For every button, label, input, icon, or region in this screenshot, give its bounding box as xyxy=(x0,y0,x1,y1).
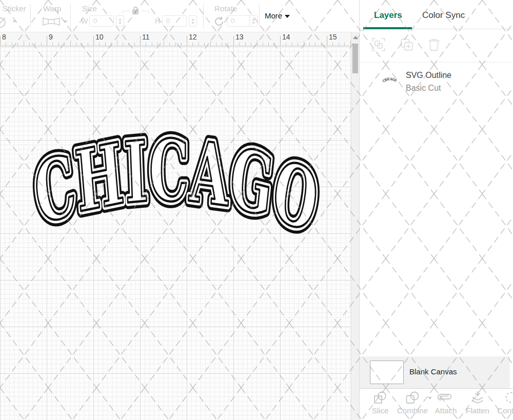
ruler-tick xyxy=(12,43,12,46)
duplicate-icon[interactable] xyxy=(399,37,415,52)
slice-icon xyxy=(372,391,388,405)
ruler-tick xyxy=(64,43,65,46)
flatten-label: Flatten xyxy=(461,406,494,415)
rotate-section-label: Rotate xyxy=(214,4,237,13)
ruler-tick xyxy=(52,43,53,46)
blank-canvas-row[interactable]: Blank Canvas xyxy=(360,356,510,388)
panel-divider xyxy=(361,62,513,63)
toolbar-separator xyxy=(30,4,31,28)
warp-section-label: Warp xyxy=(43,4,61,13)
ruler-tick xyxy=(192,43,193,46)
ruler-number: 12 xyxy=(189,33,197,41)
design-canvas[interactable]: CHICAGO CHICAGO CHICAGO xyxy=(0,47,351,420)
height-step-up-icon[interactable] xyxy=(191,18,194,21)
ruler-unit-tick xyxy=(233,36,234,46)
canvas-vertical-scrollbar[interactable] xyxy=(351,32,359,420)
ruler-tick xyxy=(175,43,175,46)
width-stepper[interactable] xyxy=(116,15,124,27)
contour-icon xyxy=(503,391,513,405)
contour-button[interactable]: Contour xyxy=(495,391,513,415)
ruler-tick xyxy=(228,43,228,46)
ruler-tick xyxy=(58,43,59,46)
ruler-tick xyxy=(152,43,152,46)
attach-label: Attach xyxy=(429,406,462,415)
tab-color-sync[interactable]: Color Sync xyxy=(422,10,465,21)
ruler-unit-tick xyxy=(187,36,187,46)
ruler-tick xyxy=(128,43,129,46)
layer-actions-row xyxy=(360,37,513,54)
ruler-tick xyxy=(268,43,269,46)
height-input[interactable]: 0 xyxy=(162,15,187,27)
group-icon[interactable] xyxy=(371,37,386,52)
ruler-tick xyxy=(35,43,35,46)
combine-button[interactable]: Combine xyxy=(396,391,429,415)
rotate-stepper[interactable] xyxy=(249,15,258,27)
ruler-unit-tick xyxy=(47,36,47,46)
svg-text:CHICAGO: CHICAGO xyxy=(29,128,324,243)
height-label: H xyxy=(155,17,160,25)
ruler-tick xyxy=(76,43,76,46)
ruler-unit-tick xyxy=(280,36,281,46)
flatten-icon xyxy=(470,391,485,405)
more-dropdown-caret xyxy=(285,15,290,18)
chicago-arched-outline-artwork[interactable]: CHICAGO CHICAGO CHICAGO xyxy=(14,128,332,243)
ruler-tick xyxy=(82,43,82,46)
ruler-tick xyxy=(181,43,182,46)
scroll-up-arrow-icon[interactable] xyxy=(353,36,358,39)
width-step-down-icon[interactable] xyxy=(119,22,122,24)
ruler-tick xyxy=(105,43,106,46)
design-app-window: Sticker Warp Size W 0 H 0 xyxy=(0,0,513,420)
ruler-tick xyxy=(245,43,246,46)
ruler-unit-tick xyxy=(93,36,94,46)
ruler-unit-tick xyxy=(327,36,327,46)
sticker-section-label: Sticker xyxy=(3,4,26,13)
size-lock-icon[interactable] xyxy=(131,6,140,15)
more-button[interactable]: More xyxy=(265,11,290,20)
sticker-icon[interactable] xyxy=(0,15,10,29)
ruler-tick xyxy=(70,41,71,46)
tab-layers[interactable]: Layers xyxy=(374,10,402,21)
ruler-tick xyxy=(309,43,310,46)
ruler-number: 10 xyxy=(95,33,104,41)
width-input[interactable]: 0 xyxy=(89,15,114,27)
ruler-tick xyxy=(6,43,6,46)
delete-icon[interactable] xyxy=(426,37,442,52)
warp-icon[interactable] xyxy=(42,16,61,27)
rotate-step-down-icon[interactable] xyxy=(252,22,255,24)
layer-tools-bar: Slice Combine Attach xyxy=(360,388,513,420)
ruler-tick xyxy=(164,41,164,46)
svg-text:CHICAGO: CHICAGO xyxy=(382,76,398,83)
attach-button[interactable]: Attach xyxy=(429,391,462,415)
ruler-unit-tick xyxy=(0,36,1,46)
height-stepper[interactable] xyxy=(189,15,197,27)
width-label: W xyxy=(81,17,88,25)
layer-subtitle: Basic Cut xyxy=(406,84,441,93)
toolbar-separator xyxy=(70,4,71,28)
right-panel: Layers Color Sync xyxy=(359,0,513,420)
flatten-button[interactable]: Flatten xyxy=(461,391,494,415)
height-step-down-icon[interactable] xyxy=(191,22,194,24)
layer-thumbnail: CHICAGO xyxy=(382,75,399,86)
rotate-input[interactable]: 0 xyxy=(227,15,251,27)
width-step-up-icon[interactable] xyxy=(119,18,122,21)
ruler-tick xyxy=(117,41,117,46)
layer-row-svg-outline[interactable]: CHICAGO SVG Outline Basic Cut xyxy=(360,68,513,99)
ruler-tick xyxy=(111,43,111,46)
panel-tab-header: Layers Color Sync xyxy=(360,0,513,29)
ruler-number: 14 xyxy=(282,33,290,41)
slice-label: Slice xyxy=(364,406,397,415)
ruler-tick xyxy=(24,41,24,46)
ruler-tick xyxy=(204,43,205,46)
ruler-tick xyxy=(274,43,275,46)
size-link-bracket-left xyxy=(122,11,130,14)
rotate-step-up-icon[interactable] xyxy=(252,18,255,21)
warp-dropdown-caret[interactable] xyxy=(64,21,68,23)
ruler-number: 15 xyxy=(329,33,337,41)
sticker-dropdown-caret[interactable] xyxy=(12,21,16,23)
slice-button[interactable]: Slice xyxy=(364,391,397,415)
ruler-tick xyxy=(332,43,333,46)
scrollbar-thumb[interactable] xyxy=(352,44,358,73)
toolbar-separator xyxy=(203,4,204,28)
horizontal-ruler: 89101112131415 xyxy=(0,32,351,46)
rotate-icon[interactable] xyxy=(213,16,225,27)
